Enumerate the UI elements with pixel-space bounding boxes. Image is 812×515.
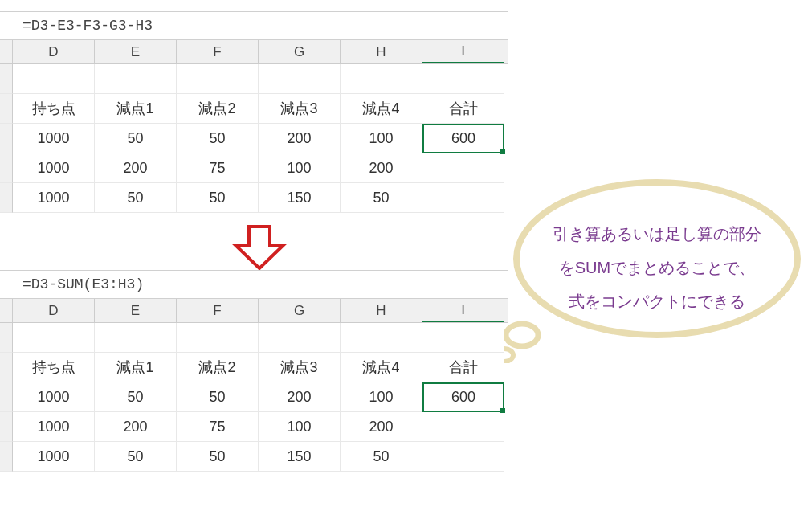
cell[interactable]	[422, 64, 504, 94]
row-header[interactable]	[0, 153, 13, 183]
cell[interactable]	[95, 64, 177, 94]
formula-text-bottom: =D3-SUM(E3:H3)	[0, 276, 144, 292]
column-headers-bottom: DEFGHI	[0, 299, 508, 323]
grid-top[interactable]: 持ち点減点1減点2減点3減点4合計10005050200100600100020…	[0, 64, 508, 213]
callout-line3: 式をコンパクトにできる	[569, 292, 745, 310]
cell[interactable]	[341, 64, 422, 94]
cell[interactable]: 200	[259, 382, 341, 412]
cell[interactable]: 減点4	[341, 94, 422, 124]
cell[interactable]	[95, 323, 177, 353]
cell[interactable]: 100	[341, 124, 422, 153]
cell[interactable]: 50	[341, 442, 422, 472]
row-header[interactable]	[0, 323, 13, 353]
cell[interactable]: 100	[259, 412, 341, 442]
cell[interactable]: 200	[259, 124, 341, 153]
sheet-top: =D3-E3-F3-G3-H3 DEFGHI 持ち点減点1減点2減点3減点4合計…	[0, 11, 508, 213]
cell[interactable]: 50	[177, 382, 259, 412]
cell[interactable]: 200	[95, 153, 177, 183]
cell[interactable]: 50	[95, 124, 177, 153]
row-header[interactable]	[0, 64, 13, 94]
column-header[interactable]: D	[13, 299, 95, 322]
column-header[interactable]: E	[95, 40, 177, 63]
cell[interactable]: 合計	[422, 94, 504, 124]
cell[interactable]: 減点1	[95, 353, 177, 382]
cell[interactable]: 持ち点	[13, 353, 95, 382]
cell[interactable]	[13, 64, 95, 94]
cell[interactable]	[177, 64, 259, 94]
cell[interactable]: 100	[259, 153, 341, 183]
cell[interactable]: 50	[341, 183, 422, 213]
column-header[interactable]: F	[177, 299, 259, 322]
cell[interactable]: 150	[259, 442, 341, 472]
cell[interactable]: 1000	[13, 183, 95, 213]
cell[interactable]: 600	[422, 382, 504, 412]
cell[interactable]	[422, 183, 504, 213]
cell[interactable]: 75	[177, 153, 259, 183]
cell[interactable]: 600	[422, 124, 504, 153]
cell[interactable]: 1000	[13, 382, 95, 412]
cell[interactable]: 減点3	[259, 94, 341, 124]
cell[interactable]: 持ち点	[13, 94, 95, 124]
callout-text: 引き算あるいは足し算の部分 をSUMでまとめることで、 式をコンパクトにできる	[537, 217, 777, 318]
cell[interactable]	[422, 323, 504, 353]
row-header[interactable]	[0, 442, 13, 472]
cell[interactable]	[259, 323, 341, 353]
column-header[interactable]: G	[259, 299, 341, 322]
cell[interactable]: 50	[95, 183, 177, 213]
cell[interactable]: 合計	[422, 353, 504, 382]
cell[interactable]	[259, 64, 341, 94]
column-header[interactable]: H	[341, 40, 422, 63]
cell[interactable]: 150	[259, 183, 341, 213]
callout-line1: 引き算あるいは足し算の部分	[553, 225, 761, 243]
cell[interactable]: 減点2	[177, 94, 259, 124]
column-header[interactable]: D	[13, 40, 95, 63]
column-header[interactable]: H	[341, 299, 422, 322]
formula-bar-bottom[interactable]: =D3-SUM(E3:H3)	[0, 270, 508, 299]
row-header[interactable]	[0, 353, 13, 382]
cell[interactable]: 50	[95, 442, 177, 472]
row-header[interactable]	[0, 412, 13, 442]
select-all-corner[interactable]	[0, 299, 13, 322]
cell[interactable]: 減点3	[259, 353, 341, 382]
cell[interactable]: 減点1	[95, 94, 177, 124]
cell[interactable]: 50	[177, 442, 259, 472]
table-row: 持ち点減点1減点2減点3減点4合計	[0, 94, 508, 124]
cell[interactable]: 75	[177, 412, 259, 442]
cell[interactable]: 1000	[13, 412, 95, 442]
row-header[interactable]	[0, 382, 13, 412]
formula-bar-top[interactable]: =D3-E3-F3-G3-H3	[0, 11, 508, 40]
cell[interactable]: 50	[95, 382, 177, 412]
cell[interactable]: 1000	[13, 153, 95, 183]
cell[interactable]	[13, 323, 95, 353]
grid-bottom[interactable]: 持ち点減点1減点2減点3減点4合計10005050200100600100020…	[0, 323, 508, 472]
table-row: 100020075100200	[0, 153, 508, 183]
table-row: 1000505015050	[0, 183, 508, 213]
cell[interactable]: 50	[177, 124, 259, 153]
cell[interactable]: 減点4	[341, 353, 422, 382]
cell[interactable]	[341, 323, 422, 353]
cell[interactable]: 100	[341, 382, 422, 412]
column-header[interactable]: G	[259, 40, 341, 63]
cell[interactable]: 減点2	[177, 353, 259, 382]
row-header[interactable]	[0, 94, 13, 124]
column-header[interactable]: F	[177, 40, 259, 63]
cell[interactable]	[422, 153, 504, 183]
select-all-corner[interactable]	[0, 40, 13, 63]
cell[interactable]	[177, 323, 259, 353]
column-header[interactable]: E	[95, 299, 177, 322]
table-row: 持ち点減点1減点2減点3減点4合計	[0, 353, 508, 382]
cell[interactable]: 200	[95, 412, 177, 442]
cell[interactable]: 1000	[13, 442, 95, 472]
sheet-bottom: =D3-SUM(E3:H3) DEFGHI 持ち点減点1減点2減点3減点4合計1…	[0, 270, 508, 472]
cell[interactable]: 50	[177, 183, 259, 213]
cell[interactable]: 1000	[13, 124, 95, 153]
cell[interactable]	[422, 412, 504, 442]
row-header[interactable]	[0, 124, 13, 153]
cell[interactable]	[422, 442, 504, 472]
row-header[interactable]	[0, 183, 13, 213]
cell[interactable]: 200	[341, 153, 422, 183]
svg-point-2	[504, 349, 513, 362]
column-header[interactable]: I	[422, 299, 504, 322]
column-header[interactable]: I	[422, 40, 504, 63]
cell[interactable]: 200	[341, 412, 422, 442]
